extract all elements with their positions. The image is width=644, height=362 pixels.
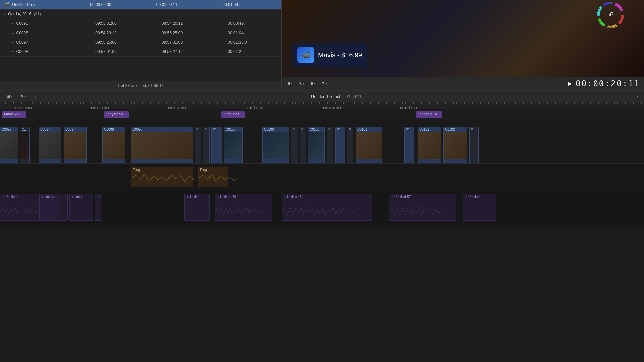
- video-clip-c0102-2[interactable]: C0102: [443, 127, 467, 164]
- marker-lane: Mavis -O1... PlayMarks... Timelines... P…: [0, 109, 644, 120]
- clip-icon-c0095: ▪: [12, 21, 13, 26]
- clip-end-c0097: 09:57:01:00: [154, 38, 220, 47]
- timeline-header: ⊟ ▾ ↖ ▾ ‹ Untitled Project 01:59:11 ›: [0, 90, 644, 102]
- view-chevron-icon: ▾: [291, 82, 293, 85]
- video-clip-c0098-2[interactable]: C0098: [131, 127, 193, 164]
- lower-clip-untitl-3-label: Untitl...: [70, 194, 93, 200]
- video-clip-c-sm7[interactable]: C: [347, 127, 353, 164]
- top-section: 🎬 Untitled Project 00:00:00:00 00:01:59:…: [0, 0, 644, 90]
- marker-playmarks[interactable]: PlayMarks...: [104, 111, 129, 118]
- clip-thumb-c0097-3: [64, 132, 86, 159]
- video-clip-c0100-2[interactable]: C0100: [262, 127, 289, 164]
- project-row[interactable]: 🎬 Untitled Project 00:00:00:00 00:01:59:…: [0, 0, 281, 9]
- clip-label-c-sm4: C.: [291, 127, 297, 131]
- transform-group: ⊕ ▾: [309, 80, 317, 87]
- video-clip-c0-sm[interactable]: C0.: [211, 127, 222, 164]
- timeline-body: Mavis -O1... PlayMarks... Timelines... P…: [0, 109, 644, 362]
- lower-clip-untitle-2-label: Untitle...: [40, 194, 67, 200]
- video-clip-c0100-3[interactable]: C0100: [308, 127, 325, 164]
- lower-clip-untitled-54-label: Untitled-54: [282, 194, 372, 200]
- lower-clip-untitl-3[interactable]: Untitl...: [69, 194, 93, 221]
- clip-label-c0101: C0101: [356, 127, 368, 132]
- video-clip-c0-3[interactable]: C0.: [404, 127, 414, 164]
- timeline-ruler: 00:00:15:00 00:00:30:00 00:00:45:00 00:0…: [0, 102, 644, 109]
- ruler-tick-1: [100, 106, 100, 109]
- clip-row-c0095[interactable]: ▪ C0095 09:53:31:00 09:54:20:12 00:00:49…: [0, 19, 281, 28]
- clip-row-c0098[interactable]: ▪ C0098 09:57:01:00 09:58:27:12 00:01:26…: [0, 47, 281, 56]
- clip-label-c-sm6: C.: [327, 127, 332, 131]
- clip-row-c0097[interactable]: ▪ C0097 09:55:25:00 09:57:01:00 00:01:36…: [0, 38, 281, 47]
- view-mode-button[interactable]: ⊞ ▾: [286, 80, 294, 87]
- lower-audio-track: Untitled... Untitle... Untitl... U Untit…: [0, 190, 644, 224]
- timeline-nav-right[interactable]: ›: [634, 93, 640, 100]
- tool-chevron-icon: ▾: [303, 82, 304, 85]
- clip-label-c-sm2: C: [195, 127, 200, 131]
- clip-label-c0098-2: C0098: [131, 127, 144, 132]
- video-clip-c-sm4[interactable]: C.: [291, 127, 298, 164]
- video-clip-c0100-1[interactable]: C0100: [224, 127, 243, 164]
- video-clip-c-sm3[interactable]: C.: [203, 127, 210, 164]
- clip-thumb-c0097-2: [39, 132, 61, 159]
- clip-label-c0098-1: C0098: [103, 127, 115, 132]
- clip-duration-c0098: 00:01:26:: [220, 47, 281, 56]
- play-button[interactable]: ▶: [566, 80, 573, 87]
- browser-panel: 🎬 Untitled Project 00:00:00:00 00:01:59:…: [0, 0, 282, 90]
- video-clip-c-sm1[interactable]: C..: [20, 127, 30, 164]
- tl-view-chevron-icon: ▾: [11, 95, 13, 98]
- timeline-nav-left[interactable]: ‹: [32, 93, 38, 100]
- clip-thumb-c0098-2: [131, 132, 193, 159]
- clip-name-c0096: C0096: [16, 31, 28, 35]
- lower-clip-untitled-last-label: Untitled: [463, 194, 496, 200]
- video-clip-c-sm2[interactable]: C: [195, 127, 201, 164]
- app-notification: 📹 Mavis - $16.99: [292, 43, 367, 67]
- preview-video: 📹 Mavis - $16.99: [282, 0, 644, 77]
- audio-clip-rings-2[interactable]: Rings: [198, 167, 228, 187]
- timecode-text: 00:00:20:11: [576, 79, 640, 88]
- clip-thumb-c0102-1: [418, 132, 441, 159]
- date-group-label: Oct 14, 2016: [8, 12, 31, 16]
- transform-button[interactable]: ⊕ ▾: [309, 80, 317, 87]
- date-group-row[interactable]: ▾ Oct 14, 2016 (81): [0, 9, 281, 19]
- audio-track: Rings Rings: [0, 164, 644, 190]
- video-clip-c0098-1[interactable]: C0098: [102, 127, 125, 164]
- app-icon: 📹: [297, 47, 314, 63]
- marker-timelines-text: Timelines...: [224, 112, 243, 116]
- marker-pinnacle[interactable]: Pinnacle St...: [416, 111, 442, 118]
- clip-label-c0-3: C0.: [405, 127, 411, 131]
- timeline-scrollbar[interactable]: [0, 224, 644, 228]
- lower-clip-untitled-54[interactable]: Untitled-54: [282, 194, 372, 221]
- lower-clip-untitle-5[interactable]: Untitle...: [184, 194, 210, 221]
- tool-button[interactable]: ↖ ▾: [297, 80, 306, 87]
- marker-timelines[interactable]: Timelines...: [221, 111, 245, 118]
- video-clip-c-sm6[interactable]: C.: [327, 127, 333, 164]
- clip-label-c-sm8: C.: [470, 127, 475, 131]
- audio-clip-rings-1[interactable]: Rings: [131, 167, 193, 187]
- marker-mavis[interactable]: Mavis -O1...: [2, 111, 26, 118]
- lower-clip-untitled-39[interactable]: Untitled-39: [215, 194, 272, 221]
- clip-start-c0097: 09:55:25:00: [87, 38, 154, 47]
- video-clip-c0097-3[interactable]: C0097: [64, 127, 87, 164]
- clip-label-c0102-1: C0102: [418, 127, 430, 132]
- video-clip-c-sm8[interactable]: C.: [469, 127, 479, 164]
- video-clip-c0097-2[interactable]: C0097: [39, 127, 61, 164]
- clip-duration-c0096: 00:01:04:: [220, 28, 281, 38]
- lower-clip-untitled-57[interactable]: Untitled-57: [389, 194, 456, 221]
- video-clip-c0-2[interactable]: C0.: [335, 127, 345, 164]
- lower-clip-u[interactable]: U: [95, 194, 101, 221]
- video-clip-c0097-1[interactable]: C0097: [0, 127, 18, 164]
- timeline-view-button[interactable]: ⊟ ▾: [4, 93, 15, 100]
- lower-clip-untitled-last[interactable]: Untitled: [463, 194, 496, 221]
- speed-button[interactable]: ⟳ ▾: [320, 80, 329, 87]
- video-clip-c0102-1[interactable]: C0102: [418, 127, 441, 164]
- tool-group: ↖ ▾: [297, 80, 306, 87]
- clip-thumb-c-sm1: [20, 132, 29, 159]
- clip-end-c0095: 09:54:20:12: [154, 19, 220, 28]
- timeline-tool-button[interactable]: ↖ ▾: [18, 93, 30, 100]
- lower-clip-untitle-2[interactable]: Untitle...: [39, 194, 68, 221]
- clip-row-c0096[interactable]: ▪ C0096 09:54:20:12 09:55:25:00 00:01:04…: [0, 28, 281, 38]
- video-clip-c0101[interactable]: C0101: [356, 127, 382, 164]
- timeline-title: Untitled Project 01:59:11: [41, 94, 632, 99]
- marker-pinnacle-text: Pinnacle St...: [418, 112, 440, 116]
- video-clip-c-sm5[interactable]: C.: [300, 127, 306, 164]
- clip-label-c-sm1: C..: [20, 127, 28, 132]
